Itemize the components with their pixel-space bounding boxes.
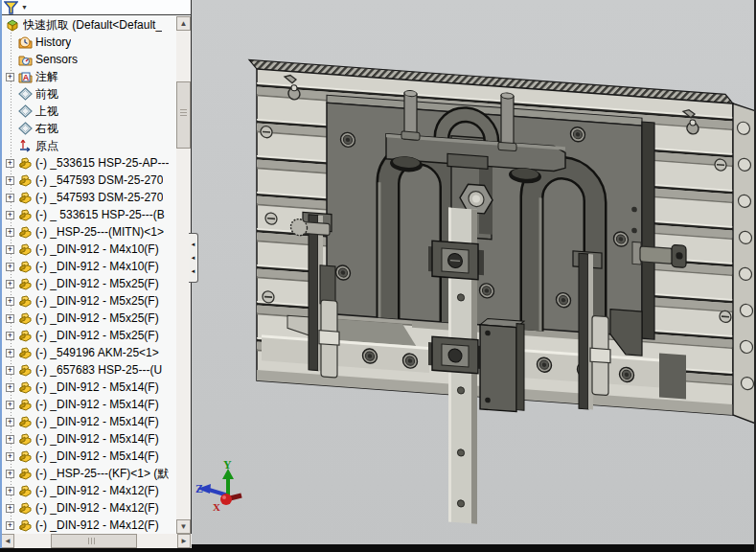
tree-item[interactable]: +(-) _DIN-912 - M4x10(F)	[2, 241, 175, 258]
tree-item-label: 原点	[35, 138, 58, 154]
rail-clamp-upper	[428, 241, 484, 280]
tree-item-label: (-) _DIN-912 - M5x14(F)	[35, 449, 159, 463]
tree-item[interactable]: +(-) _657683 HSP-25---(U	[2, 361, 175, 379]
tree-item-label: (-) _DIN-912 - M5x25(F)	[35, 311, 159, 325]
expand-toggle[interactable]: +	[6, 73, 14, 81]
plane-icon	[18, 104, 33, 118]
tree-item-label: (-) _DIN-912 - M4x12(F)	[35, 518, 159, 532]
tree-item[interactable]: 快速抓取 (Default<Default_	[2, 16, 175, 34]
part-icon	[18, 173, 33, 187]
tree-item[interactable]: +A注解	[2, 68, 175, 85]
tree-item[interactable]: +(-) _DIN-912 - M4x10(F)	[2, 258, 175, 275]
expand-toggle[interactable]: +	[6, 435, 14, 444]
tree-item[interactable]: +(-) _DIN-912 - M5x25(F)	[2, 292, 175, 310]
expand-toggle[interactable]: +	[6, 418, 14, 426]
expand-toggle[interactable]: +	[6, 383, 14, 392]
expand-toggle[interactable]: +	[6, 401, 14, 409]
tree-item[interactable]: +(-) _DIN-912 - M4x12(F)	[2, 482, 175, 499]
svg-text:A: A	[23, 73, 30, 82]
tree-item-label: History	[35, 35, 71, 49]
tree-item[interactable]: +(-) _HSP-25---(KF)<1> (默	[2, 465, 175, 482]
rail-clamp-lower	[428, 336, 484, 374]
guide-stud-right	[498, 92, 516, 150]
assembly-icon	[5, 18, 19, 32]
expand-toggle[interactable]: +	[6, 263, 14, 271]
tree-item[interactable]: +(-) _547593 DSM-25-270	[2, 172, 175, 189]
sensors-icon	[18, 53, 33, 66]
feature-filter-bar[interactable]: ▼	[0, 0, 191, 15]
tree-item[interactable]: +(-) _DIN-912 - M5x25(F)	[2, 275, 175, 292]
expand-toggle[interactable]: +	[6, 228, 14, 237]
expand-toggle[interactable]: +	[6, 366, 14, 375]
panel-end-face	[733, 104, 755, 424]
tree-item[interactable]: +(-) _HSP-25---(MITN)<1>	[2, 223, 175, 241]
expand-toggle[interactable]: +	[6, 245, 14, 254]
scroll-right-button[interactable]: ►	[177, 534, 191, 548]
expand-toggle[interactable]: +	[6, 159, 14, 168]
tree-item[interactable]: 前视	[2, 85, 175, 103]
splitter-arrow: ◄	[191, 255, 196, 261]
tree-item-label: (-) _DIN-912 - M4x10(F)	[35, 242, 159, 256]
tree-item[interactable]: +(-) _DIN-912 - M4x12(F)	[2, 517, 175, 534]
expand-toggle[interactable]: +	[6, 487, 14, 495]
3d-viewport[interactable]: Z Y X	[192, 0, 756, 552]
scroll-down-button[interactable]: ▼	[176, 519, 191, 534]
tree-item[interactable]: +(-) _DIN-912 - M5x14(F)	[2, 396, 175, 413]
tree-item-label: (-) _547593 DSM-25-270	[35, 173, 163, 187]
tree-item[interactable]: +(-) _DIN-912 - M5x14(F)	[2, 430, 175, 448]
tree-item[interactable]: +(-) _DIN-912 - M5x25(F)	[2, 310, 175, 327]
horizontal-scroll-thumb[interactable]	[51, 534, 137, 548]
tree-item[interactable]: 上视	[2, 103, 175, 120]
part-icon	[18, 346, 33, 359]
tree-item-label: (-) _DIN-912 - M5x25(F)	[35, 294, 159, 308]
part-icon	[18, 449, 33, 463]
tree-item[interactable]: +(-) _DIN-912 - M5x14(F)	[2, 413, 175, 430]
expand-toggle[interactable]: +	[6, 280, 14, 288]
panel-splitter-handle[interactable]: ◄ ◄ ◄	[189, 233, 198, 283]
scroll-left-button[interactable]: ◄	[1, 534, 14, 548]
history-icon	[18, 35, 33, 49]
tree-item[interactable]: +(-) _533615 HSP-25-AP---	[2, 154, 175, 172]
window-left-accent	[0, 0, 2, 548]
tree-item[interactable]: +(-) _DIN-912 - M4x12(F)	[2, 499, 175, 517]
tree-item-label: 注解	[35, 69, 58, 85]
part-icon	[18, 156, 33, 170]
horizontal-scrollbar[interactable]: ◄ ►	[0, 534, 192, 548]
part-icon	[18, 329, 33, 342]
tree-item[interactable]: 右视	[2, 120, 175, 137]
tree-item[interactable]: +(-) _DIN-912 - M5x14(F)	[2, 448, 175, 465]
filter-dropdown-caret[interactable]: ▼	[21, 4, 28, 11]
tree-item-label: 右视	[35, 121, 58, 137]
expand-toggle[interactable]: +	[6, 452, 14, 461]
assembly-model: Z Y X	[192, 0, 756, 552]
expand-toggle[interactable]: +	[6, 211, 14, 219]
expand-toggle[interactable]: +	[6, 332, 14, 340]
tree-item[interactable]: +(-) _549196 AKM-25<1>	[2, 344, 175, 361]
expand-toggle[interactable]: +	[6, 521, 14, 530]
tree-item[interactable]: +(-) _ 533615 HSP-25---(B	[2, 206, 175, 223]
expand-toggle[interactable]: +	[6, 470, 14, 478]
part-icon	[18, 311, 33, 325]
tree-item[interactable]: Sensors	[2, 51, 175, 68]
tree-item-label: (-) _DIN-912 - M4x10(F)	[35, 260, 159, 273]
tree-item[interactable]: +(-) _547593 DSM-25-270	[2, 189, 175, 206]
part-icon	[18, 191, 33, 204]
expand-toggle[interactable]: +	[6, 194, 14, 202]
scroll-up-button[interactable]: ▲	[176, 16, 191, 31]
part-icon	[18, 380, 33, 394]
tree-item[interactable]: +(-) _DIN-912 - M5x25(F)	[2, 327, 175, 344]
tree-item[interactable]: 原点	[2, 137, 175, 154]
solidworks-window: Z Y X ▼ 快速抓取 (Default<Default_HistorySen…	[0, 0, 756, 552]
expand-toggle[interactable]: +	[6, 314, 14, 323]
part-icon	[18, 294, 33, 308]
tree-item-label: (-) _HSP-25---(MITN)<1>	[35, 225, 164, 239]
part-icon	[18, 484, 33, 497]
expand-toggle[interactable]: +	[6, 349, 14, 357]
vertical-scroll-thumb[interactable]	[176, 81, 191, 149]
expand-toggle[interactable]: +	[6, 504, 14, 513]
tree-item-label: 上视	[35, 104, 58, 120]
expand-toggle[interactable]: +	[6, 176, 14, 185]
tree-item[interactable]: +(-) _DIN-912 - M5x14(F)	[2, 379, 175, 396]
tree-item[interactable]: History	[2, 34, 175, 51]
expand-toggle[interactable]: +	[6, 297, 14, 306]
